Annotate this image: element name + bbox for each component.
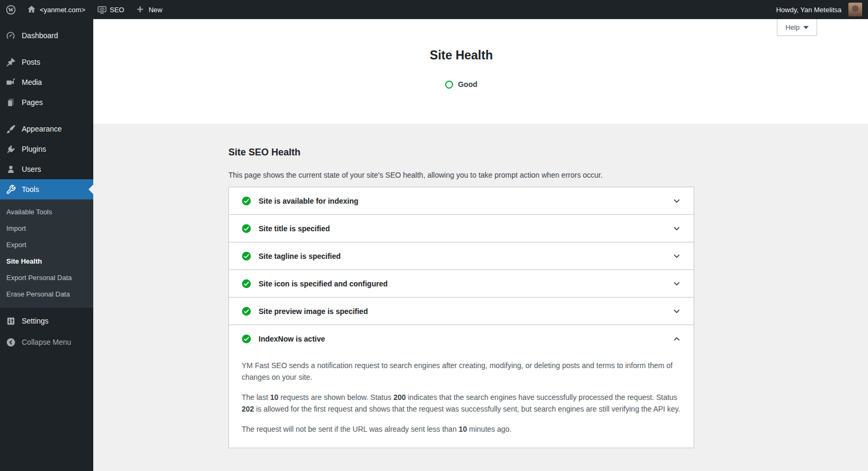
sidebar-item-label: Users <box>22 165 41 173</box>
check-passed-icon <box>242 307 251 316</box>
svg-text:W: W <box>8 7 14 13</box>
sidebar-item-label: Plugins <box>22 145 46 153</box>
status-label: Good <box>458 80 477 89</box>
check-label: Site is available for indexing <box>259 197 672 205</box>
submenu-item-import[interactable]: Import <box>0 220 93 237</box>
submenu-item-export-personal-data[interactable]: Export Personal Data <box>0 269 93 286</box>
site-name-label: <yanmet.com> <box>40 6 85 14</box>
chevron-down-icon <box>672 224 681 233</box>
admin-bar-right: Howdy, Yan Metelitsa <box>770 0 868 19</box>
sidebar-item-label: Tools <box>22 185 39 194</box>
check-label: Site title is specified <box>259 224 672 233</box>
seo-checks-accordion: Site is available for indexingSite title… <box>228 187 694 448</box>
sidebar-item-media[interactable]: Media <box>0 72 93 92</box>
wrench-icon <box>5 184 16 195</box>
seo-check-header[interactable]: Site icon is specified and configured <box>229 270 694 297</box>
check-passed-icon <box>242 334 251 344</box>
home-icon <box>27 5 37 14</box>
plugin-icon <box>5 144 16 154</box>
media-icon <box>5 77 16 88</box>
sidebar-item-tools[interactable]: Tools <box>0 179 93 199</box>
sidebar-item-users[interactable]: Users <box>0 159 93 179</box>
submenu-item-erase-personal-data[interactable]: Erase Personal Data <box>0 286 93 302</box>
user-icon <box>5 164 16 175</box>
seo-check-header[interactable]: Site is available for indexing <box>229 187 694 214</box>
collapse-menu-button[interactable]: Collapse Menu <box>0 332 93 352</box>
chevron-down-icon <box>803 26 809 29</box>
pushpin-icon <box>5 57 16 67</box>
menu-separator <box>0 46 93 52</box>
page-title: Site Health <box>228 47 694 63</box>
submenu-item-site-health[interactable]: Site Health <box>0 253 93 269</box>
wordpress-logo-icon: W <box>6 5 15 14</box>
check-passed-icon <box>242 196 251 206</box>
pages-icon <box>5 97 16 108</box>
indexnow-details-panel: YM Fast SEO sends a notification request… <box>229 352 694 448</box>
seo-check-site-icon-is-specified-and-configured: Site icon is specified and configured <box>229 269 694 297</box>
submenu-item-export[interactable]: Export <box>0 237 93 253</box>
check-label: IndexNow is active <box>259 335 672 343</box>
bold-text: 200 <box>393 393 405 402</box>
section-description: This page shows the current state of you… <box>228 170 694 180</box>
check-label: Site preview image is specified <box>259 307 672 316</box>
sidebar-item-label: Media <box>22 78 42 86</box>
check-passed-icon <box>242 279 251 289</box>
chevron-down-icon <box>672 252 681 260</box>
bold-text: 10 <box>459 425 467 433</box>
seo-check-site-tagline-is-specified: Site tagline is specified <box>229 242 694 269</box>
site-name-menu[interactable]: <yanmet.com> <box>21 0 91 19</box>
chevron-down-icon <box>672 197 681 205</box>
sidebar-item-label: Appearance <box>22 125 62 133</box>
seo-check-header[interactable]: Site title is specified <box>229 215 694 242</box>
section-title: Site SEO Health <box>228 146 694 159</box>
check-label: Site icon is specified and configured <box>259 280 672 288</box>
site-health-header: Help Site Health Good StatusInfoSEO <box>93 19 868 124</box>
sidebar-item-plugins[interactable]: Plugins <box>0 139 93 159</box>
site-health-body: Site SEO Health This page shows the curr… <box>93 124 868 471</box>
seo-check-header[interactable]: Site tagline is specified <box>229 242 694 269</box>
collapse-arrow-icon <box>5 337 16 347</box>
tools-submenu: Available ToolsImportExportSite HealthEx… <box>0 199 93 308</box>
indexnow-paragraph: The request will not be sent if the URL … <box>242 423 681 435</box>
sidebar-item-appearance[interactable]: Appearance <box>0 119 93 139</box>
menu-separator <box>0 112 93 119</box>
sidebar-item-posts[interactable]: Posts <box>0 52 93 72</box>
submenu-item-available-tools[interactable]: Available Tools <box>0 204 93 220</box>
chevron-up-icon <box>672 335 681 343</box>
avatar <box>848 3 862 16</box>
seo-check-indexnow-is-active: IndexNow is activeYM Fast SEO sends a no… <box>229 325 694 448</box>
admin-sidebar: DashboardPostsMediaPagesAppearancePlugin… <box>0 19 93 471</box>
sidebar-item-pages[interactable]: Pages <box>0 92 93 112</box>
dashboard-icon <box>5 30 16 41</box>
chevron-down-icon <box>672 280 681 288</box>
howdy-label: Howdy, Yan Metelitsa <box>776 6 842 14</box>
wordpress-logo-menu[interactable]: W <box>0 0 21 19</box>
indexnow-paragraph: The last 10 requests are shown below. St… <box>242 391 681 415</box>
admin-bar: W <yanmet.com> SEO New Howdy, Yan Meteli… <box>0 0 868 19</box>
check-passed-icon <box>242 251 251 261</box>
seo-check-site-title-is-specified: Site title is specified <box>229 214 694 242</box>
help-label: Help <box>785 23 800 31</box>
new-menu-label: New <box>148 6 162 14</box>
seo-menu[interactable]: SEO <box>91 0 130 19</box>
seo-menu-label: SEO <box>110 6 124 14</box>
bold-text: 10 <box>270 393 279 402</box>
seo-monitor-eye-icon <box>97 5 107 14</box>
sidebar-item-settings[interactable]: Settings <box>0 311 93 331</box>
bold-text: 202 <box>242 405 254 413</box>
seo-check-header[interactable]: IndexNow is active <box>229 325 694 352</box>
seo-check-header[interactable]: Site preview image is specified <box>229 298 694 325</box>
check-passed-icon <box>242 224 251 233</box>
sidebar-item-label: Posts <box>22 58 40 66</box>
chevron-down-icon <box>672 307 681 316</box>
check-label: Site tagline is specified <box>259 252 672 260</box>
sidebar-item-label: Dashboard <box>22 31 58 40</box>
account-menu[interactable]: Howdy, Yan Metelitsa <box>770 0 868 19</box>
new-menu[interactable]: New <box>130 0 168 19</box>
sidebar-item-dashboard[interactable]: Dashboard <box>0 25 93 46</box>
seo-check-site-is-available-for-indexing: Site is available for indexing <box>229 187 694 214</box>
seo-check-site-preview-image-is-specified: Site preview image is specified <box>229 297 694 325</box>
collapse-menu-label: Collapse Menu <box>22 338 71 346</box>
help-button[interactable]: Help <box>777 19 817 36</box>
brush-icon <box>5 124 16 134</box>
